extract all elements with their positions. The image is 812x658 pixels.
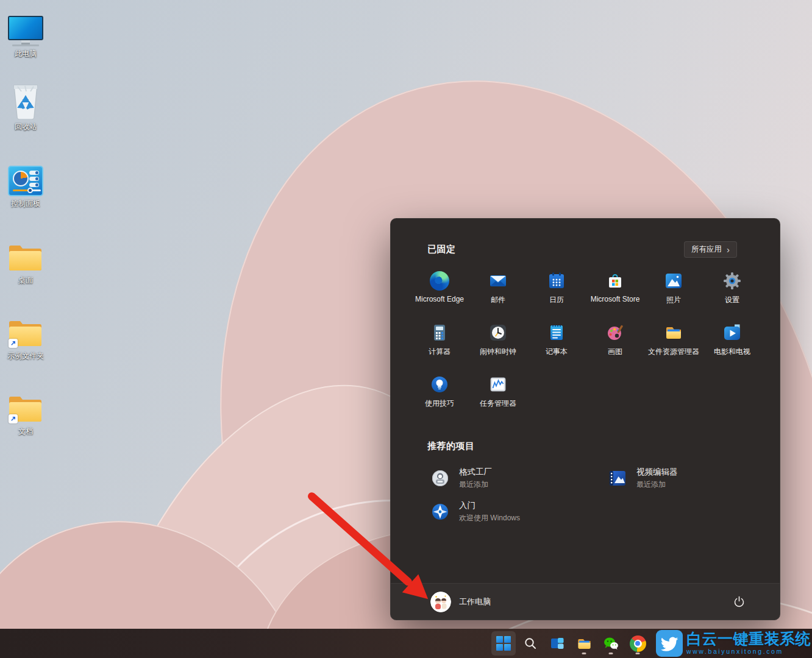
search-icon <box>523 636 538 651</box>
calendar-icon <box>547 271 566 291</box>
recommended-item-video-editor[interactable]: 视频编辑器 最近添加 <box>604 461 775 495</box>
pinned-app-alarms[interactable]: 闹钟和时钟 <box>469 319 527 371</box>
recommended-section-header: 推荐的项目 <box>427 440 475 452</box>
this-pc-icon <box>8 6 43 46</box>
user-name-label: 工作电脑 <box>459 596 491 607</box>
chrome-button[interactable] <box>625 631 650 656</box>
desktop-icon-recycle-bin[interactable]: 回收站 <box>1 79 50 132</box>
pinned-app-movies-tv[interactable]: 电影和电视 <box>703 319 761 371</box>
user-avatar <box>430 592 451 612</box>
video-editor-icon <box>608 469 627 488</box>
settings-gear-icon <box>722 271 742 291</box>
pinned-app-calendar[interactable]: 日历 <box>527 267 586 319</box>
desktop-icon-label: 此电脑 <box>15 50 37 58</box>
pinned-app-store[interactable]: Microsoft Store <box>586 267 644 319</box>
photos-icon <box>664 271 683 291</box>
recommended-subtitle: 欢迎使用 Windows <box>459 513 520 523</box>
desktop-icon-documents-folder[interactable]: 文档 <box>1 384 50 436</box>
desktop-icon-label: 控制面板 <box>11 200 40 208</box>
start-menu-footer: 工作电脑 <box>391 583 780 620</box>
folder-shortcut-icon <box>8 384 43 424</box>
pinned-app-task-manager[interactable]: 任务管理器 <box>469 371 527 423</box>
watermark-url: www.baiyunxitong.com <box>686 648 783 655</box>
pinned-app-tips[interactable]: 使用技巧 <box>410 371 469 423</box>
pinned-section-header: 已固定 <box>427 244 456 255</box>
alarm-clock-icon <box>488 323 508 342</box>
pinned-app-edge[interactable]: Microsoft Edge <box>410 267 469 319</box>
pinned-app-notepad[interactable]: 记事本 <box>527 319 586 371</box>
store-icon <box>605 271 625 291</box>
desktop-icon-control-panel[interactable]: 控制面板 <box>1 156 50 208</box>
edge-icon <box>430 271 449 291</box>
control-panel-icon <box>8 156 43 196</box>
recommended-item-get-started[interactable]: 入门 欢迎使用 Windows <box>426 495 598 529</box>
shortcut-arrow-icon <box>9 339 18 348</box>
task-manager-icon <box>488 375 508 394</box>
desktop-icon-sample-folder[interactable]: 示例文件夹 <box>1 308 50 361</box>
recommended-title: 入门 <box>459 500 520 511</box>
format-factory-icon <box>430 469 450 488</box>
chevron-right-icon: › <box>727 245 730 254</box>
desktop: 此电脑 回收站 <box>0 0 812 658</box>
start-button[interactable] <box>491 631 516 656</box>
recommended-title: 视频编辑器 <box>636 467 678 478</box>
file-explorer-button[interactable] <box>572 631 596 656</box>
wechat-button[interactable] <box>599 631 623 656</box>
pinned-app-paint[interactable]: 画图 <box>586 319 644 371</box>
calculator-icon <box>430 323 449 342</box>
desktop-icon-this-pc[interactable]: 此电脑 <box>1 6 50 58</box>
desktop-icon-label: 回收站 <box>15 123 37 132</box>
recommended-title: 格式工厂 <box>459 467 492 478</box>
recycle-bin-icon <box>9 79 42 119</box>
all-apps-label: 所有应用 <box>691 244 722 255</box>
paint-palette-icon <box>605 323 625 342</box>
power-button[interactable] <box>726 589 752 615</box>
desktop-icon-label: 文档 <box>18 428 33 436</box>
notepad-icon <box>547 323 566 342</box>
task-view-button[interactable] <box>545 631 569 656</box>
pinned-apps-grid: Microsoft Edge 邮件 日历 Microsoft Store <box>410 267 763 423</box>
shortcut-arrow-icon <box>9 414 18 423</box>
taskbar: 白云一键重装系统 www.baiyunxitong.com <box>0 629 812 658</box>
desktop-icon-label: 示例文件夹 <box>7 352 44 361</box>
chrome-icon <box>630 635 646 652</box>
folder-shortcut-icon <box>8 308 43 348</box>
pinned-app-mail[interactable]: 邮件 <box>469 267 527 319</box>
bird-logo-icon <box>656 630 683 657</box>
taskbar-icon-row <box>491 631 650 656</box>
folder-icon <box>8 233 43 273</box>
all-apps-button[interactable]: 所有应用 › <box>684 241 737 258</box>
mail-icon <box>488 271 508 291</box>
desktop-icon-desktop-folder[interactable]: 桌面 <box>1 233 50 285</box>
desktop-icon-label: 桌面 <box>18 277 33 285</box>
watermark: 白云一键重装系统 www.baiyunxitong.com <box>656 629 811 657</box>
pinned-app-calculator[interactable]: 计算器 <box>410 319 469 371</box>
pinned-app-photos[interactable]: 照片 <box>644 267 703 319</box>
power-icon <box>733 596 745 607</box>
get-started-icon <box>430 502 450 522</box>
file-explorer-icon <box>664 323 683 342</box>
pinned-app-file-explorer[interactable]: 文件资源管理器 <box>644 319 703 371</box>
movies-tv-icon <box>722 323 742 342</box>
user-account-button[interactable]: 工作电脑 <box>426 589 496 615</box>
start-menu-panel: 已固定 所有应用 › Microsoft Edge 邮件 日历 <box>390 218 780 620</box>
wechat-icon <box>603 635 619 652</box>
file-explorer-icon <box>576 635 593 652</box>
search-button[interactable] <box>518 631 543 656</box>
watermark-title: 白云一键重装系统 <box>686 631 811 646</box>
tips-bulb-icon <box>430 375 449 394</box>
recommended-item-format-factory[interactable]: 格式工厂 最近添加 <box>426 461 598 495</box>
recommended-subtitle: 最近添加 <box>459 479 492 490</box>
start-windows-icon <box>496 636 511 651</box>
pinned-app-settings[interactable]: 设置 <box>703 267 761 319</box>
task-view-icon <box>549 635 565 651</box>
recommended-subtitle: 最近添加 <box>636 479 678 490</box>
